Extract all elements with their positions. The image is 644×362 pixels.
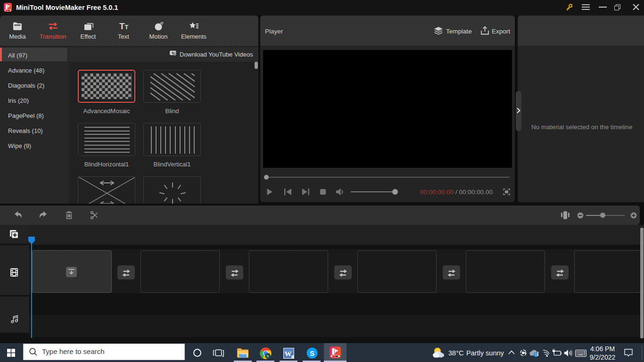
svg-text:h: h — [267, 354, 269, 358]
svg-text:W: W — [285, 350, 292, 358]
svg-text:S: S — [310, 349, 314, 357]
